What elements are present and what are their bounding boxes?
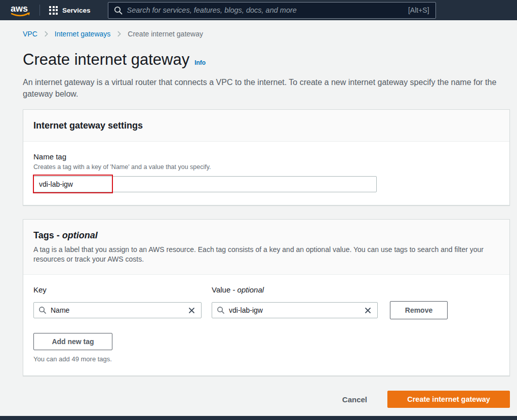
tags-card-title: Tags - optional — [33, 230, 499, 241]
tags-remaining-hint: You can add 49 more tags. — [33, 355, 499, 363]
tags-card-body: Key Value - optional — [23, 275, 509, 375]
close-icon — [188, 307, 195, 314]
name-tag-hint: Creates a tag with a key of 'Name' and a… — [33, 163, 499, 171]
aws-logo[interactable]: aws — [9, 2, 33, 18]
breadcrumb-current-page: Create internet gateway — [128, 30, 203, 38]
search-icon — [217, 306, 225, 314]
tags-card: Tags - optional A tag is a label that yo… — [23, 219, 510, 376]
value-label-text: Value - — [212, 285, 235, 294]
tags-title-optional: optional — [62, 230, 98, 240]
top-navigation-bar: aws Services [Alt+S] — [0, 0, 517, 20]
search-shortcut-hint: [Alt+S] — [408, 6, 429, 14]
breadcrumb: VPC Internet gateways Create internet ga… — [23, 30, 517, 38]
aws-smile-icon — [12, 14, 28, 16]
name-tag-label: Name tag — [33, 152, 499, 161]
search-icon — [114, 6, 123, 15]
chevron-right-icon — [115, 30, 123, 37]
chevron-right-icon — [43, 30, 50, 37]
form-actions: Cancel Create internet gateway — [23, 391, 510, 408]
tag-row: Remove — [33, 301, 499, 319]
settings-card-header: Internet gateway settings — [23, 110, 509, 142]
bottom-bar — [0, 416, 517, 420]
breadcrumb-vpc-link[interactable]: VPC — [23, 30, 37, 38]
internet-gateway-settings-card: Internet gateway settings Name tag Creat… — [23, 109, 510, 205]
tags-card-description: A tag is a label that you assign to an A… — [33, 245, 494, 264]
global-search-input[interactable] — [127, 6, 408, 14]
services-grid-icon — [49, 6, 58, 15]
create-internet-gateway-button[interactable]: Create internet gateway — [387, 391, 510, 408]
info-link[interactable]: Info — [194, 59, 206, 66]
services-menu-button[interactable]: Services — [49, 6, 91, 15]
cancel-button[interactable]: Cancel — [342, 395, 367, 404]
clear-value-button[interactable] — [363, 306, 373, 315]
value-column-label: Value - optional — [212, 285, 264, 294]
clear-key-button[interactable] — [187, 306, 196, 315]
name-tag-input[interactable] — [33, 176, 377, 192]
global-search-box[interactable]: [Alt+S] — [108, 2, 436, 19]
aws-logo-text: aws — [11, 4, 28, 14]
tag-key-input[interactable] — [51, 306, 187, 314]
services-label: Services — [62, 7, 91, 14]
remove-tag-button[interactable]: Remove — [390, 301, 448, 319]
close-icon — [364, 307, 372, 314]
search-icon — [38, 306, 47, 314]
topbar-divider — [39, 5, 40, 16]
key-column-label: Key — [33, 285, 212, 294]
settings-card-body: Name tag Creates a tag with a key of 'Na… — [23, 142, 509, 205]
value-label-optional: optional — [237, 285, 264, 294]
tag-key-field[interactable] — [33, 302, 202, 318]
settings-card-title: Internet gateway settings — [33, 120, 499, 131]
breadcrumb-internet-gateways-link[interactable]: Internet gateways — [55, 30, 111, 38]
page-description: An internet gateway is a virtual router … — [23, 76, 509, 100]
tags-card-header: Tags - optional A tag is a label that yo… — [23, 220, 509, 275]
tag-value-field[interactable] — [212, 302, 378, 318]
add-new-tag-button[interactable]: Add new tag — [33, 333, 112, 350]
page-title: Create internet gateway — [23, 51, 189, 69]
tags-title-text: Tags - — [33, 230, 60, 240]
tag-value-input[interactable] — [229, 306, 363, 314]
